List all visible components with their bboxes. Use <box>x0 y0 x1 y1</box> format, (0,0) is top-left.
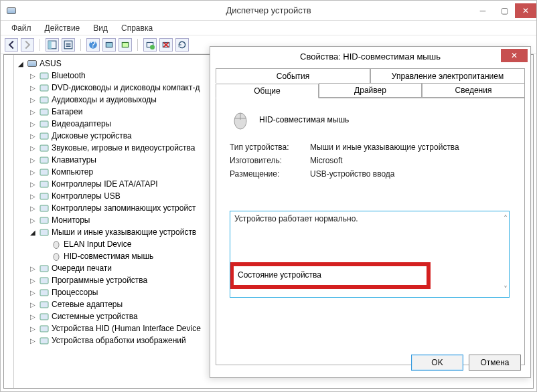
svg-rect-1 <box>48 41 52 49</box>
tree-item-label: Процессоры <box>52 288 98 297</box>
tree-child-label: HID-совместимая мышь <box>64 252 153 261</box>
dialog-tabs: События Управление электропитанием Общие… <box>216 68 525 98</box>
tree-item-label: Контроллеры IDE ATA/ATAPI <box>52 179 158 189</box>
tree-item-label: DVD-дисководы и дисководы компакт-д <box>52 83 200 92</box>
computer-icon <box>27 58 37 69</box>
category-icon <box>39 311 50 322</box>
toolbar-uninstall-icon[interactable] <box>159 38 173 52</box>
svg-rect-36 <box>40 326 48 332</box>
toolbar-help-icon[interactable]: ? <box>86 38 100 52</box>
tab-events[interactable]: События <box>216 68 370 83</box>
svg-point-30 <box>54 254 59 261</box>
svg-point-29 <box>54 241 59 249</box>
category-icon <box>39 203 50 213</box>
tree-item-label: Видеоадаптеры <box>52 119 111 128</box>
category-icon <box>39 142 50 153</box>
category-icon <box>39 118 50 129</box>
dialog-title: Свойства: HID-совместимая мышь <box>210 52 530 62</box>
dialog-close-button[interactable]: ✕ <box>501 49 528 62</box>
device-icon <box>51 239 62 250</box>
svg-rect-24 <box>40 181 48 187</box>
tree-item-label: Bluetooth <box>52 71 86 80</box>
category-icon <box>39 82 50 93</box>
tree-item-label: Очереди печати <box>52 264 112 273</box>
svg-rect-35 <box>40 314 48 320</box>
menu-help[interactable]: Справка <box>114 23 159 33</box>
category-icon <box>39 191 50 201</box>
toolbar-refresh-icon[interactable] <box>175 38 189 52</box>
tab-power[interactable]: Управление электропитанием <box>370 68 525 83</box>
window-title: Диспетчер устройств <box>1 5 536 15</box>
tab-general[interactable]: Общие <box>216 84 319 98</box>
toolbar-scan-icon[interactable] <box>102 38 116 52</box>
dialog-titlebar[interactable]: Свойства: HID-совместимая мышь ✕ <box>210 47 530 66</box>
tree-item-label: Программные устройства <box>52 276 147 285</box>
tree-item-label: Аудиовходы и аудиовыходы <box>52 95 157 104</box>
cancel-button[interactable]: Отмена <box>469 355 521 371</box>
tree-root-label: ASUS <box>40 59 62 68</box>
status-text: Устройство работает нормально. <box>234 214 358 223</box>
tree-item-label: Компьютер <box>52 167 93 177</box>
svg-rect-26 <box>40 205 48 211</box>
svg-rect-33 <box>40 290 48 296</box>
ok-button[interactable]: OK <box>411 355 463 371</box>
tree-item-label: Системные устройства <box>52 312 138 321</box>
category-icon <box>39 287 50 298</box>
menu-action[interactable]: Действие <box>38 23 87 33</box>
category-icon <box>39 179 50 189</box>
status-textarea[interactable]: Устройство работает нормально. ˄ ˅ <box>230 211 510 298</box>
svg-rect-18 <box>40 109 48 115</box>
svg-text:?: ? <box>90 40 96 50</box>
left-gutter <box>4 55 14 388</box>
scroll-down-icon[interactable]: ˅ <box>504 285 508 294</box>
svg-rect-23 <box>40 169 48 175</box>
svg-rect-31 <box>40 266 48 272</box>
toolbar-forward-icon[interactable] <box>21 38 34 52</box>
category-icon <box>39 275 50 286</box>
tab-details[interactable]: Сведения <box>422 83 525 98</box>
svg-rect-20 <box>40 133 48 139</box>
toolbar-update-icon[interactable] <box>119 38 132 52</box>
tree-item-label: Устройства HID (Human Interface Device <box>52 324 201 333</box>
svg-rect-15 <box>40 73 48 79</box>
toolbar-properties-icon[interactable] <box>62 38 75 52</box>
properties-dialog: Свойства: HID-совместимая мышь ✕ События… <box>210 46 531 378</box>
svg-rect-37 <box>40 338 48 344</box>
tree-item-label: Батареи <box>52 107 82 116</box>
device-name: HID-совместимая мышь <box>259 115 349 124</box>
category-icon <box>39 130 50 141</box>
toolbar-panel-icon[interactable] <box>46 38 59 52</box>
svg-rect-9 <box>122 42 128 47</box>
category-icon <box>39 299 50 310</box>
prop-type-label: Тип устройства: <box>230 142 310 152</box>
tree-item-label: Дисковые устройства <box>52 131 132 140</box>
scroll-up-icon[interactable]: ˄ <box>504 214 508 223</box>
category-icon <box>39 215 50 225</box>
tree-item-label: Клавиатуры <box>52 155 96 165</box>
prop-mfg-label: Изготовитель: <box>230 156 310 165</box>
prop-loc-label: Размещение: <box>230 169 310 179</box>
tree-item-label: Контроллеры запоминающих устройст <box>52 203 196 213</box>
category-icon <box>39 155 50 165</box>
svg-rect-16 <box>40 85 48 91</box>
svg-rect-25 <box>40 193 48 199</box>
tree-item-label: Контроллеры USB <box>52 191 121 201</box>
toolbar-enable-icon[interactable] <box>143 38 157 52</box>
category-icon <box>39 263 50 274</box>
tab-driver[interactable]: Драйвер <box>319 83 422 98</box>
tab-body-general: HID-совместимая мышь Тип устройства: Мыш… <box>216 98 525 365</box>
toolbar-back-icon[interactable] <box>5 38 18 52</box>
titlebar: Диспетчер устройств ─ ▢ ✕ <box>1 1 536 21</box>
menu-view[interactable]: Вид <box>86 23 114 33</box>
svg-rect-27 <box>40 217 48 223</box>
category-icon <box>39 106 50 117</box>
menu-file[interactable]: Файл <box>5 23 38 33</box>
tree-item-label: Мыши и иные указывающие устройств <box>52 227 196 237</box>
svg-rect-34 <box>40 302 48 308</box>
category-icon <box>39 70 50 81</box>
category-icon <box>39 227 50 237</box>
device-icon <box>51 251 62 262</box>
tree-item-label: Устройства обработки изображений <box>52 336 186 345</box>
tree-item-label: Звуковые, игровые и видеоустройства <box>52 143 195 153</box>
prop-type-value: Мыши и иные указывающие устройства <box>310 142 459 152</box>
